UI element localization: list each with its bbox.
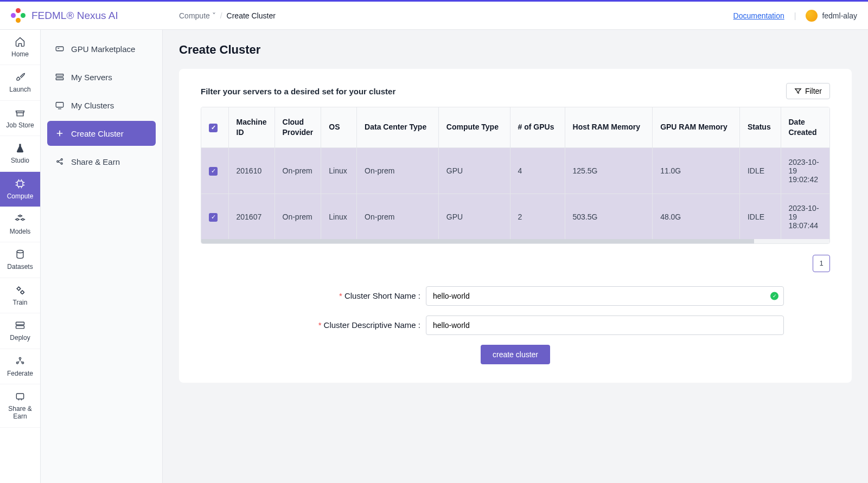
home-icon <box>15 36 25 47</box>
svg-rect-4 <box>16 322 24 325</box>
col-host-ram: Host RAM Memory <box>565 107 653 147</box>
sidebar-item-create-cluster[interactable]: Create Cluster <box>47 121 156 146</box>
store-icon <box>15 107 25 118</box>
svg-point-1 <box>17 250 23 253</box>
svg-rect-0 <box>17 181 23 186</box>
svg-point-16 <box>61 163 62 164</box>
rail-datasets[interactable]: Datasets <box>0 242 40 278</box>
col-status: Status <box>739 107 781 147</box>
sidebar-item-label: My Clusters <box>71 101 114 110</box>
server-table: Machine ID Cloud Provider OS Data Center… <box>201 107 830 244</box>
col-date-created: Date Created <box>781 107 829 147</box>
content-area: Create Cluster Filter your servers to a … <box>163 30 868 483</box>
filter-title: Filter your servers to a desired set for… <box>201 87 395 96</box>
sidebar-item-label: My Servers <box>71 73 112 82</box>
logo[interactable]: FEDML® Nexus AI <box>11 8 174 23</box>
share-icon <box>55 157 65 166</box>
col-cloud-provider: Cloud Provider <box>275 107 321 147</box>
chevron-down-icon: ˅ <box>212 11 216 20</box>
page-title: Create Cluster <box>179 43 852 57</box>
check-icon: ✓ <box>770 292 778 300</box>
select-all-checkbox[interactable] <box>209 124 218 132</box>
row-checkbox[interactable] <box>209 213 218 222</box>
user-menu[interactable]: fedml-alay <box>806 10 857 22</box>
rail-deploy[interactable]: Deploy <box>0 313 40 349</box>
breadcrumb-current: Create Cluster <box>227 11 276 20</box>
sidebar-item-share-earn[interactable]: Share & Earn <box>47 149 156 174</box>
svg-point-3 <box>21 291 24 293</box>
col-machine-id: Machine ID <box>228 107 275 147</box>
short-name-input[interactable] <box>426 286 784 306</box>
network-icon <box>15 356 25 366</box>
sidebar-item-label: GPU Marketplace <box>71 44 135 54</box>
pagination: 1 <box>201 255 830 272</box>
rail-federate[interactable]: Federate <box>0 349 40 384</box>
monitor-icon <box>55 100 65 110</box>
col-compute-type: Compute Type <box>438 107 510 147</box>
avatar <box>806 10 818 22</box>
rail-jobstore[interactable]: Job Store <box>0 101 40 136</box>
sidebar-item-label: Share & Earn <box>71 157 120 166</box>
desc-name-input[interactable] <box>426 315 784 335</box>
cubes-icon <box>15 214 25 224</box>
rail-compute[interactable]: Compute <box>0 172 40 207</box>
svg-rect-5 <box>16 326 24 329</box>
rail-home[interactable]: Home <box>0 30 40 65</box>
table-row[interactable]: 201607 On-prem Linux On-prem GPU 2 503.5… <box>201 194 829 240</box>
breadcrumb: Compute ˅ / Create Cluster <box>179 11 276 20</box>
table-row[interactable]: 201610 On-prem Linux On-prem GPU 4 125.5… <box>201 147 829 194</box>
col-data-center-type: Data Center Type <box>357 107 439 147</box>
rail-models[interactable]: Models <box>0 207 40 242</box>
share-icon <box>15 391 25 402</box>
rail-train[interactable]: Train <box>0 278 40 313</box>
cluster-form: *Cluster Short Name : ✓ *Cluster Descrip… <box>201 286 830 364</box>
rail-launch[interactable]: Launch <box>0 65 40 100</box>
username: fedml-alay <box>822 11 857 20</box>
horizontal-scrollbar[interactable] <box>201 239 829 243</box>
documentation-link[interactable]: Documentation <box>733 11 784 20</box>
rail-studio[interactable]: Studio <box>0 136 40 171</box>
rail-nav: Home Launch Job Store Studio Compute Mod… <box>0 30 41 483</box>
page-1-button[interactable]: 1 <box>813 255 830 272</box>
row-checkbox[interactable] <box>209 167 218 176</box>
svg-point-15 <box>61 159 62 160</box>
topbar: FEDML® Nexus AI Compute ˅ / Create Clust… <box>0 2 868 30</box>
breadcrumb-root[interactable]: Compute ˅ <box>179 11 216 20</box>
brand-text: FEDML® Nexus AI <box>31 10 118 22</box>
svg-point-6 <box>19 357 21 359</box>
card: Filter your servers to a desired set for… <box>179 69 852 383</box>
svg-rect-10 <box>56 47 63 51</box>
logo-icon <box>11 8 26 23</box>
chip-icon <box>15 178 25 189</box>
sidebar-item-my-clusters[interactable]: My Clusters <box>47 93 156 118</box>
gears-icon <box>15 285 25 295</box>
database-icon <box>15 249 25 260</box>
plus-icon <box>55 128 65 138</box>
sidebar-item-gpu-marketplace[interactable]: GPU Marketplace <box>47 36 156 61</box>
rail-share-earn[interactable]: Share & Earn <box>0 384 40 428</box>
col-gpus: # of GPUs <box>510 107 565 147</box>
svg-rect-12 <box>56 78 63 80</box>
sidebar-item-my-servers[interactable]: My Servers <box>47 65 156 89</box>
card-icon <box>55 44 65 54</box>
rocket-icon <box>15 72 25 82</box>
svg-rect-9 <box>16 394 23 399</box>
col-gpu-ram: GPU RAM Memory <box>653 107 740 147</box>
svg-point-14 <box>57 161 59 163</box>
short-name-label: *Cluster Short Name : <box>247 291 420 300</box>
funnel-icon <box>794 87 802 95</box>
svg-rect-13 <box>56 102 63 107</box>
flask-icon <box>15 143 25 153</box>
create-cluster-button[interactable]: create cluster <box>481 345 550 364</box>
filter-button[interactable]: Filter <box>786 83 830 99</box>
col-os: OS <box>321 107 357 147</box>
server-icon <box>55 72 65 82</box>
svg-rect-11 <box>56 74 63 76</box>
sidebar-item-label: Create Cluster <box>71 129 124 138</box>
desc-name-label: *Cluster Descriptive Name : <box>247 320 420 330</box>
svg-point-2 <box>17 287 20 290</box>
sidebar-nav: GPU Marketplace My Servers My Clusters C… <box>41 30 163 483</box>
server-icon <box>15 320 25 331</box>
